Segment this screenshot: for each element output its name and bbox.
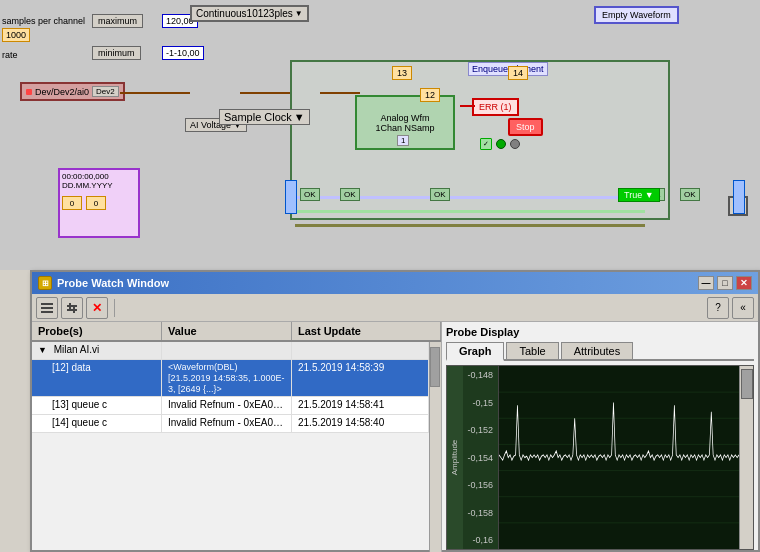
row12-value: <Waveform(DBL)[21.5.2019 14:58:35, 1.000… [162,360,292,396]
table-scrollbar[interactable] [429,342,441,552]
svg-rect-0 [41,303,53,305]
probe-display-panel: Probe Display Graph Table Attributes Amp… [442,322,758,552]
y-label-1: -0,15 [465,398,496,408]
probe-group-milan[interactable]: ▼ Milan AI.vi [32,342,429,360]
probe-window-icon: ⊞ [38,276,52,290]
probe-list-btn[interactable] [36,297,58,319]
graph-area: Amplitude -0,148 -0,15 -0,152 -0,154 -0,… [446,365,754,550]
svg-rect-4 [67,309,77,311]
svg-rect-2 [41,311,53,313]
group-probe-cell: ▼ Milan AI.vi [32,342,162,359]
probe-toolbar: ✕ ? « [32,294,758,322]
y-label-6: -0,16 [465,535,496,545]
collapse-btn[interactable]: « [732,297,754,319]
y-label-5: -0,158 [465,508,496,518]
amplitude-axis-label: Amplitude [447,366,463,549]
group-value-cell [162,342,292,359]
row13-probe: [13] queue c [32,397,162,414]
probe-table-body: ▼ Milan AI.vi [12] data <Waveform(DBL)[2… [32,342,429,433]
probe-13-node: 13 [392,66,412,80]
true-constant: True ▼ [618,188,660,202]
minimize-button[interactable]: — [698,276,714,290]
graph-scrollbar[interactable] [739,366,753,549]
wire-loop-mid [295,210,645,213]
timestamp-block: 00:00:00,000 DD.MM.YYYY 0 0 [58,168,140,238]
row12-update: 21.5.2019 14:58:39 [292,360,429,396]
probe-row-13[interactable]: [13] queue c Invalid Refnum - 0xEA000007… [32,397,429,415]
tab-graph[interactable]: Graph [446,342,504,361]
y-label-2: -0,152 [465,425,496,435]
delete-all-btn[interactable]: ✕ [86,297,108,319]
maximize-button[interactable]: □ [717,276,733,290]
row14-probe: [14] queue c [32,415,162,432]
wire-error [460,105,475,107]
dropdown-arrow: ▼ [295,9,303,18]
stop-node: Stop [508,118,543,136]
probe-window-title: Probe Watch Window [57,277,169,289]
svg-rect-6 [73,307,75,313]
y-axis: -0,148 -0,15 -0,152 -0,154 -0,156 -0,158… [463,366,499,549]
shift-register-right [733,180,745,214]
toolbar-right: ? « [707,297,754,319]
scrollbar-thumb[interactable] [430,347,440,387]
expand-icon: ▼ [38,345,47,355]
row13-value: Invalid Refnum - 0xEA000007 [162,397,292,414]
svg-rect-1 [41,307,53,309]
probe-12-node: 12 [420,88,440,102]
minimum-value[interactable]: -1-10,00 [162,46,204,60]
device-input-node: Dev/Dev2/ai0 Dev2 [20,82,125,101]
svg-rect-5 [69,303,71,309]
samples-per-channel-label: Continuous10123ples samples per channel [2,16,85,26]
sample-clock-dropdown[interactable]: Sample Clock ▼ [219,109,310,125]
ok-node-2: OK [340,188,360,201]
tab-table[interactable]: Table [506,342,558,359]
probe-row-14[interactable]: [14] queue c Invalid Refnum - 0xEA000007… [32,415,429,433]
graph-scrollbar-thumb[interactable] [741,369,753,399]
group-update-cell [292,342,429,359]
close-button[interactable]: ✕ [736,276,752,290]
diagram-area: Probe Watch Window Continuous10123ples ▼… [0,0,760,270]
probe-watch-window: ⊞ Probe Watch Window — □ ✕ ✕ [30,270,760,552]
svg-rect-3 [67,305,77,307]
probe-table-header: Probe(s) Value Last Update [32,322,441,342]
col-update: Last Update [292,322,441,340]
probe-14-node: 14 [508,66,528,80]
probe-window-titlebar: ⊞ Probe Watch Window — □ ✕ [32,272,758,294]
probe-content: Probe(s) Value Last Update ▼ Milan AI.vi [32,322,758,552]
ok-node-5: OK [680,188,700,201]
plot-area [499,366,739,549]
value-1000[interactable]: 1000 [2,28,30,42]
probe-table-panel: Probe(s) Value Last Update ▼ Milan AI.vi [32,322,442,552]
wire-3 [320,92,360,94]
continuous-label: Continuous10123ples [196,8,293,19]
error-cluster: ERR (1) [472,98,519,116]
help-btn[interactable]: ? [707,297,729,319]
configure-icon [65,301,79,315]
rate-label: rate [2,50,18,60]
wire-2 [240,92,290,94]
shift-register-left [285,180,297,214]
titlebar-controls: — □ ✕ [698,276,752,290]
sample-clock-arrow: ▼ [294,111,305,123]
continuous-dropdown[interactable]: Probe Watch Window Continuous10123ples ▼ [190,5,309,22]
row13-update: 21.5.2019 14:58:41 [292,397,429,414]
tab-attributes[interactable]: Attributes [561,342,633,359]
ok-node-1: OK [300,188,320,201]
if-control: ✓ [480,138,520,150]
waveform-svg [499,366,739,549]
empty-waveform-node: Empty Waveform [594,6,679,24]
maximum-button[interactable]: maximum [92,14,143,28]
toolbar-sep [114,299,115,317]
y-label-3: -0,154 [465,453,496,463]
minimum-button[interactable]: minimum [92,46,141,60]
analog-wfm-node: Analog Wfm1Chan NSamp 1 [355,95,455,150]
probe-row-12[interactable]: [12] data <Waveform(DBL)[21.5.2019 14:58… [32,360,429,397]
row12-probe: [12] data [32,360,162,396]
probe-display-title: Probe Display [446,326,754,338]
configure-btn[interactable] [61,297,83,319]
y-label-0: -0,148 [465,370,496,380]
wire-loop-bot [295,224,645,227]
row14-update: 21.5.2019 14:58:40 [292,415,429,432]
col-value: Value [162,322,292,340]
sample-clock-label: Sample Clock [224,111,292,123]
